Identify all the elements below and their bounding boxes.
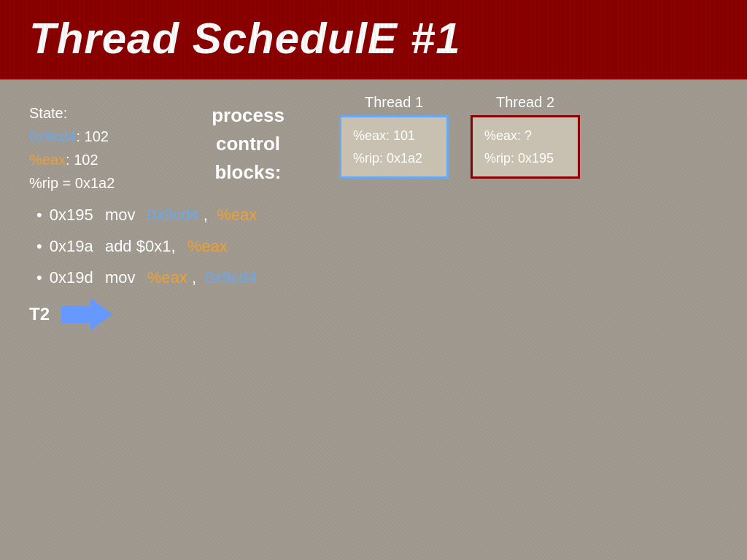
thread2-eax: %eax: ?	[484, 125, 566, 147]
bullet-item-1: • 0x195 mov 0x9cd4 , %eax	[36, 202, 718, 228]
t2-label: T2	[29, 304, 50, 324]
thread2-column: Thread 2 %eax: ? %rip: 0x195	[467, 94, 584, 179]
state-eax-val: : 102	[66, 152, 98, 168]
bullet3-addr: 0x19d mov %eax , 0x9cd4	[50, 265, 257, 290]
state-addr: 0x9cd4	[29, 128, 77, 144]
header: Thread SchedulE #1	[0, 0, 747, 79]
bullet-item-3: • 0x19d mov %eax , 0x9cd4	[36, 265, 718, 290]
thread1-rip: %rip: 0x1a2	[353, 147, 435, 170]
bullet-dot-3: •	[36, 265, 42, 290]
state-addr-val: : 102	[77, 128, 109, 144]
right-arrow-icon	[61, 298, 112, 330]
thread1-column: Thread 1 %eax: 101 %rip: 0x1a2	[336, 94, 452, 179]
thread2-label: Thread 2	[496, 94, 554, 111]
thread2-box: %eax: ? %rip: 0x195	[471, 115, 580, 179]
thread1-label: Thread 1	[365, 94, 423, 111]
t2-row: T2	[29, 298, 718, 330]
bullet-list: • 0x195 mov 0x9cd4 , %eax • 0x19a add $0…	[29, 202, 718, 291]
thread1-box: %eax: 101 %rip: 0x1a2	[339, 115, 449, 179]
state-eax: %eax	[29, 152, 66, 168]
bullet2-addr: 0x19a add $0x1, %eax	[50, 233, 228, 259]
pcb-line3: blocks:	[214, 161, 281, 183]
page-title: Thread SchedulE #1	[29, 13, 718, 63]
state-label: State:	[29, 105, 67, 121]
pcb-line2: control	[216, 133, 280, 155]
content-area: State: 0x9cd4: 102 %eax: 102 %rip = 0x1a…	[0, 79, 747, 345]
pcb-block: process control blocks:	[190, 94, 321, 187]
top-row: State: 0x9cd4: 102 %eax: 102 %rip = 0x1a…	[29, 94, 718, 195]
thread2-rip: %rip: 0x195	[484, 147, 566, 170]
bullet-dot-2: •	[36, 233, 42, 259]
state-rip: %rip = 0x1a2	[29, 175, 115, 191]
bullet-dot-1: •	[36, 202, 42, 228]
thread1-eax: %eax: 101	[353, 125, 435, 147]
svg-marker-0	[61, 298, 112, 330]
bullet-item-2: • 0x19a add $0x1, %eax	[36, 233, 718, 259]
pcb-line1: process	[212, 104, 285, 126]
threads-container: Thread 1 %eax: 101 %rip: 0x1a2 Thread 2 …	[336, 94, 718, 179]
bullet1-addr: 0x195 mov 0x9cd4 , %eax	[50, 202, 257, 228]
state-block: State: 0x9cd4: 102 %eax: 102 %rip = 0x1a…	[29, 94, 175, 195]
